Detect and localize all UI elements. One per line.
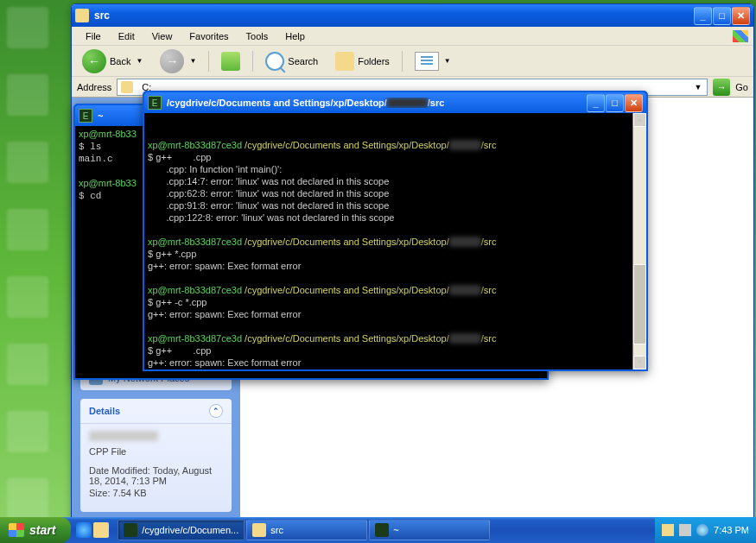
taskbar-item[interactable]: /cygdrive/c/Documen...: [118, 520, 245, 540]
folders-icon: [335, 52, 354, 71]
collapse-button[interactable]: ⌃: [209, 404, 223, 418]
back-button[interactable]: ← Back ▼: [77, 47, 148, 76]
menu-favorites[interactable]: Favorites: [181, 28, 237, 44]
separator: [208, 51, 209, 72]
go-button[interactable]: →: [713, 79, 730, 96]
task-icon: [252, 523, 266, 537]
details-panel: Details ⌃ CPP File Date Modified: Today,…: [80, 399, 232, 512]
minimize-button[interactable]: _: [587, 94, 605, 112]
minimize-button[interactable]: _: [694, 7, 712, 25]
menu-file[interactable]: File: [77, 28, 110, 44]
ie-icon[interactable]: [76, 522, 92, 538]
scrollbar[interactable]: ▲ ▼: [632, 113, 646, 369]
desktop-icon[interactable]: [7, 411, 48, 452]
forward-arrow-icon: →: [160, 49, 184, 73]
xp-logo-icon: [727, 27, 753, 46]
maximize-button[interactable]: □: [713, 7, 731, 25]
address-dropdown[interactable]: ▼: [692, 83, 703, 92]
up-button[interactable]: [216, 49, 245, 73]
desktop-icons: [7, 7, 67, 520]
desktop-icon[interactable]: [7, 276, 48, 318]
terminal-title-suffix: /src: [428, 98, 445, 108]
search-icon: [265, 52, 284, 71]
folders-button[interactable]: Folders: [330, 49, 395, 73]
tray-icon[interactable]: [696, 524, 708, 536]
windows-flag-icon: [9, 523, 24, 537]
start-button[interactable]: start: [0, 517, 71, 543]
views-icon: [415, 52, 439, 71]
filename-redacted: [89, 431, 158, 441]
search-button[interactable]: Search: [260, 49, 323, 73]
terminal-window-front: E /cygdrive/c/Documents and Settings/xp/…: [143, 91, 648, 371]
task-icon: [375, 523, 389, 537]
desktop-icon[interactable]: [7, 344, 48, 385]
menu-view[interactable]: View: [143, 28, 181, 44]
views-button[interactable]: ▼: [410, 49, 456, 73]
task-label: ~: [393, 525, 398, 535]
system-tray: 7:43 PM: [655, 517, 756, 543]
terminal-icon: E: [79, 109, 92, 123]
toolbar: ← Back ▼ → ▼ Search Folders ▼: [72, 46, 753, 77]
back-label: Back: [110, 56, 130, 66]
folder-icon: [75, 9, 89, 22]
folders-label: Folders: [358, 56, 390, 66]
scroll-down-button[interactable]: ▼: [633, 356, 646, 369]
scrollbar-track[interactable]: [633, 127, 646, 356]
details-body: CPP File Date Modified: Today, August 18…: [80, 424, 232, 505]
chevron-down-icon[interactable]: ▼: [189, 57, 196, 65]
folder-icon: [121, 81, 133, 93]
scroll-up-button[interactable]: ▲: [633, 113, 646, 127]
close-button[interactable]: ✕: [625, 94, 643, 112]
details-header: Details ⌃: [80, 399, 232, 424]
scrollbar-thumb[interactable]: [633, 264, 646, 344]
clock[interactable]: 7:43 PM: [714, 525, 749, 535]
terminal-titlebar[interactable]: E /cygdrive/c/Documents and Settings/xp/…: [144, 92, 646, 113]
terminal-icon: E: [148, 96, 162, 110]
menu-edit[interactable]: Edit: [110, 28, 143, 44]
desktop-icon[interactable]: [7, 142, 48, 183]
go-label: Go: [735, 82, 748, 92]
taskbar-item[interactable]: ~: [369, 520, 490, 540]
menubar: File Edit View Favorites Tools Help: [72, 27, 753, 46]
start-label: start: [29, 523, 55, 537]
terminal-output[interactable]: xp@mrt-8b33d87ce3d /cygdrive/c/Documents…: [144, 113, 646, 369]
task-label: /cygdrive/c/Documen...: [142, 525, 238, 535]
back-arrow-icon: ←: [82, 49, 106, 73]
desktop-icon[interactable]: [7, 209, 48, 250]
quick-launch: [71, 522, 114, 538]
folder-up-icon: [221, 52, 240, 71]
desktop-icon[interactable]: [7, 7, 48, 48]
chevron-down-icon[interactable]: ▼: [444, 57, 451, 65]
window-title: src: [94, 9, 694, 22]
separator: [402, 51, 403, 72]
menu-tools[interactable]: Tools: [238, 28, 277, 44]
taskbar: start /cygdrive/c/Documen...src~ 7:43 PM: [0, 517, 756, 543]
terminal-title: /cygdrive/c/Documents and Settings/xp/De…: [167, 98, 581, 108]
details-title: Details: [89, 406, 120, 416]
task-icon: [124, 523, 137, 537]
chevron-down-icon[interactable]: ▼: [136, 57, 143, 65]
search-label: Search: [288, 56, 318, 66]
size-label: Size: 7.54 KB: [89, 488, 223, 498]
taskbar-item[interactable]: src: [246, 520, 367, 540]
address-label: Address: [77, 82, 111, 92]
modified-label: Date Modified: Today, August 18, 2014, 7…: [89, 465, 223, 486]
window-controls: _ □ ✕: [694, 7, 750, 25]
show-desktop-icon[interactable]: [93, 522, 109, 538]
close-button[interactable]: ✕: [732, 7, 750, 25]
filetype-label: CPP File: [89, 446, 223, 457]
redacted: xxxxxxx: [387, 98, 428, 108]
window-controls: _ □ ✕: [587, 94, 643, 112]
maximize-button[interactable]: □: [606, 94, 624, 112]
separator: [252, 51, 253, 72]
menu-help[interactable]: Help: [276, 28, 314, 44]
task-label: src: [270, 525, 283, 535]
tray-icon[interactable]: [679, 524, 691, 536]
forward-button[interactable]: → ▼: [155, 47, 201, 76]
task-items: /cygdrive/c/Documen...src~: [114, 520, 655, 540]
explorer-titlebar[interactable]: src _ □ ✕: [72, 4, 753, 27]
tray-icon[interactable]: [662, 524, 674, 536]
desktop-icon[interactable]: [7, 478, 48, 520]
desktop-icon[interactable]: [7, 74, 48, 116]
terminal-title-path: /cygdrive/c/Documents and Settings/xp/De…: [167, 98, 387, 108]
